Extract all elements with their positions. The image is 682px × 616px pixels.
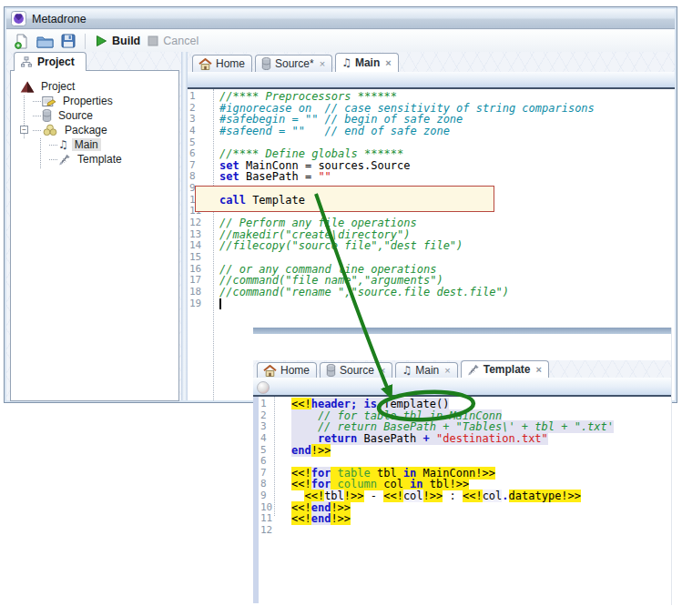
quill-icon	[467, 364, 480, 376]
build-button[interactable]: Build	[95, 35, 140, 47]
line-number: 1	[189, 91, 201, 103]
close-icon[interactable]: ×	[385, 58, 391, 67]
tree-connector	[40, 138, 41, 168]
editor-tabstrip: HomeSource*×♫Main×	[188, 52, 675, 72]
line-number: 4	[189, 126, 201, 137]
close-icon[interactable]: ×	[380, 366, 385, 375]
template-window: HomeSource×♫Main×Template× 1234567891011…	[253, 328, 672, 605]
code-line[interactable]: <<!end!>>	[291, 513, 614, 525]
line-number: 1	[260, 399, 272, 410]
cancel-button[interactable]: Cancel	[148, 35, 198, 47]
line-number-gutter: 123456789101112	[260, 399, 272, 537]
save-button[interactable]	[61, 34, 76, 48]
line-number: 6	[189, 148, 201, 160]
home-icon	[198, 58, 212, 70]
code-editor-template[interactable]: 123456789101112 <<!header; is Template()…	[253, 397, 671, 605]
tabstrip-band	[188, 72, 675, 89]
database-icon	[326, 364, 336, 377]
project-tree: ProjectPropertiesSourcePackage♫MainTempl…	[11, 71, 178, 167]
tree-item-project[interactable]: Project	[11, 79, 178, 94]
tab-source[interactable]: Source×	[320, 362, 392, 378]
gutter-separator	[213, 89, 214, 400]
build-icon	[95, 35, 107, 47]
music-note-icon: ♫	[341, 57, 351, 68]
tree-item-template[interactable]: Template	[11, 152, 178, 167]
code-line[interactable]: <<!header; is Template()	[291, 399, 614, 410]
expander-minus-icon[interactable]: −	[20, 126, 28, 134]
close-icon[interactable]: ×	[444, 366, 450, 375]
tree-item-label: Main	[72, 138, 101, 151]
overlay-tabstrip: HomeSource×♫Main×Template×	[253, 360, 671, 378]
tree-connector	[33, 116, 41, 116]
code-line[interactable]: return BasePath + "destination.txt"	[291, 433, 614, 445]
save-icon	[61, 34, 76, 48]
line-number: 12	[260, 525, 272, 537]
new-file-icon	[14, 34, 29, 49]
code-line[interactable]: call Template	[219, 195, 595, 207]
titlebar[interactable]: Metadrone	[6, 9, 675, 29]
tree-item-properties[interactable]: Properties	[11, 94, 178, 108]
close-icon[interactable]: ×	[320, 59, 325, 68]
database-icon	[42, 109, 52, 122]
tree-item-main[interactable]: ♫Main	[11, 137, 178, 152]
code-line[interactable]	[291, 525, 614, 537]
line-number: 19	[189, 298, 201, 310]
tree-connector	[33, 130, 41, 131]
overlay-top-band	[253, 328, 671, 334]
toolbar-separator	[85, 34, 86, 49]
new-file-button[interactable]	[14, 34, 29, 49]
tree-item-label: Template	[75, 153, 125, 166]
code-line[interactable]	[291, 456, 614, 468]
home-icon	[263, 365, 277, 377]
database-icon	[261, 57, 271, 70]
line-number: 18	[189, 287, 201, 298]
tab-main[interactable]: ♫Main×	[395, 362, 457, 378]
project-tab-icon	[20, 56, 33, 67]
gutter-separator	[274, 397, 275, 516]
line-number: 12	[189, 217, 201, 229]
project-tab-label: Project	[37, 56, 75, 68]
tree-item-package[interactable]: Package	[11, 123, 178, 137]
tree-item-label: Properties	[60, 95, 116, 107]
close-icon[interactable]: ×	[536, 365, 542, 374]
open-folder-icon	[36, 35, 54, 48]
code-line[interactable]: set BasePath = ""	[219, 171, 595, 183]
code-line[interactable]: <<!tbl!>> - <<!col!>> : <<!col.datatype!…	[291, 490, 614, 502]
tab-label: Template	[484, 363, 531, 376]
tab-template[interactable]: Template×	[461, 360, 549, 378]
code-line[interactable]	[219, 298, 595, 310]
line-number: 4	[260, 433, 272, 445]
open-button[interactable]	[36, 35, 54, 48]
tab-label: Home	[216, 57, 245, 70]
tab-home[interactable]: Home	[257, 362, 317, 378]
package-icon	[42, 124, 58, 136]
code-line[interactable]: #safeend = "" // end of safe zone	[219, 126, 595, 137]
music-note-icon: ♫	[58, 139, 68, 150]
tree-item-label: Source	[56, 109, 96, 122]
tab-main[interactable]: ♫Main×	[335, 53, 399, 72]
tab-home[interactable]: Home	[192, 55, 252, 72]
quill-icon	[58, 154, 71, 166]
panel-splitter[interactable]	[181, 52, 188, 400]
tree-connector	[49, 145, 57, 146]
code-line[interactable]: //command("rename ","source.file dest.fi…	[219, 287, 595, 298]
cancel-icon	[148, 35, 158, 46]
orb-icon[interactable]	[257, 381, 270, 394]
editor-margin-strip	[253, 397, 259, 603]
tab-source[interactable]: Source*×	[255, 55, 332, 72]
tab-label: Home	[280, 364, 310, 377]
screenshot-canvas: Metadrone Build Cancel Project ProjectPr…	[0, 0, 682, 616]
window-title: Metadrone	[32, 13, 87, 25]
code-line[interactable]: end!>>	[291, 445, 614, 457]
app-icon	[11, 11, 26, 26]
code-line[interactable]: //filecopy("source file","dest file")	[219, 240, 595, 252]
tab-project-panel[interactable]: Project	[14, 52, 87, 71]
tree-item-source[interactable]: Source	[11, 108, 178, 123]
tree-item-label: Project	[38, 80, 77, 93]
line-number: 17	[189, 275, 201, 287]
tree-connector	[49, 159, 57, 160]
tab-label: Source*	[275, 57, 314, 70]
tab-label: Main	[415, 364, 439, 377]
properties-icon	[42, 96, 56, 107]
build-label: Build	[112, 35, 140, 47]
